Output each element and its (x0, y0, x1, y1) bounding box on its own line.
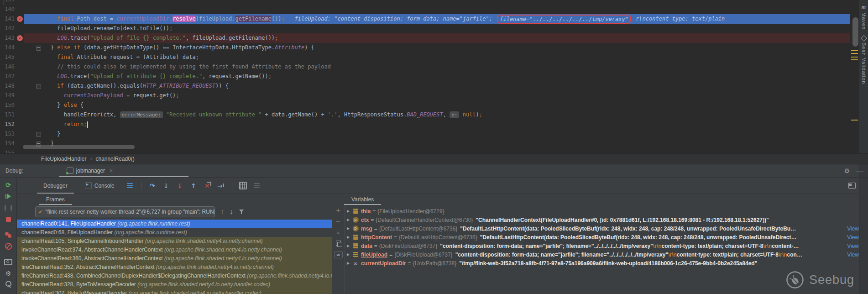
line-number[interactable]: 152 (0, 120, 24, 129)
move-watch-up-button[interactable]: ▲ (337, 230, 340, 235)
line-number[interactable]: 150 (0, 100, 24, 110)
console-tab-label: Console (94, 183, 115, 189)
code-text: // this could also be implemented by usi… (24, 62, 850, 72)
line-number[interactable]: 148 (0, 81, 24, 91)
breakpoint-icon[interactable]: ✓ (17, 16, 23, 22)
stack-frame-row[interactable]: fireChannelRead:352, AbstractChannelHand… (17, 263, 332, 272)
line-number[interactable]: 141✓ (0, 14, 24, 24)
remove-watch-button[interactable]: − (336, 219, 341, 224)
breadcrumb-method[interactable]: channelRead0() (95, 156, 134, 162)
expand-arrow-icon[interactable]: ▶ (345, 226, 352, 231)
tab-variables[interactable]: Variables (344, 194, 381, 205)
expand-arrow-icon[interactable]: ▶ (345, 244, 352, 248)
thread-selector-dropdown[interactable]: ✔ "flink-rest-server-netty-worker-thread… (35, 206, 215, 217)
variable-row[interactable]: ▶pctx={DefaultChannelHandlerContext@6730… (345, 215, 859, 224)
view-breakpoints-button[interactable] (5, 231, 12, 238)
stack-frame-row[interactable]: channelRead0:141, FileUploadHandler (org… (17, 220, 332, 228)
tab-debugger[interactable]: Debugger (37, 178, 74, 194)
resume-button[interactable] (4, 193, 12, 200)
step-out-button[interactable]: ↑ (189, 181, 198, 190)
force-step-into-button[interactable]: ↓ (175, 181, 184, 190)
gear-icon[interactable]: ⚙ (844, 167, 850, 174)
code-line-139: 139 checkState(fileUpload.isCompleted())… (0, 0, 850, 5)
horizontal-scrollbar-thumb[interactable] (23, 145, 135, 149)
session-tab-jobmanager[interactable]: jobmanager × (67, 164, 113, 177)
tool-window-button-maven[interactable]: m Maven (859, 4, 868, 30)
evaluate-expression-button[interactable] (239, 181, 248, 190)
expand-arrow-icon[interactable]: ▶ (345, 261, 352, 265)
line-number[interactable]: 140 (0, 5, 24, 14)
warning-stripe-mark[interactable] (851, 59, 858, 60)
expand-arrow-icon[interactable]: ▶ (345, 209, 352, 213)
stack-frame-row[interactable]: invokeChannelRead:360, AbstractChannelHa… (17, 254, 332, 263)
view-link[interactable]: View (847, 234, 859, 241)
line-number[interactable]: 142 (0, 24, 24, 33)
stack-frame-row[interactable]: channelRead:302, ByteToMessageDecoder (o… (17, 289, 332, 294)
line-number[interactable]: 151 (0, 110, 24, 120)
line-number[interactable]: 144 (0, 43, 24, 52)
show-watches-toggle[interactable]: ∞ (334, 251, 343, 258)
warning-stripe-mark[interactable] (851, 50, 858, 51)
view-link[interactable]: View (847, 252, 859, 258)
variable-row[interactable]: ▶httpContent={DefaultLastHttpContent@673… (345, 233, 859, 242)
hide-tool-window-icon[interactable]: — (856, 167, 863, 175)
variable-row[interactable]: ▶pmsg={DefaultLastHttpContent@6736}"Defa… (345, 224, 859, 233)
tab-frames[interactable]: Frames (39, 194, 72, 205)
stack-frame-row[interactable]: fireChannelRead:438, CombinedChannelDupl… (17, 272, 332, 280)
error-stripe[interactable] (850, 0, 859, 153)
debugger-settings-button[interactable]: ⚙ (4, 270, 12, 277)
previous-frame-button[interactable]: ↑ (220, 208, 224, 216)
view-link[interactable]: View (847, 226, 859, 232)
line-number[interactable]: 155 (0, 148, 24, 153)
run-to-cursor-button[interactable]: →I (216, 181, 225, 190)
line-number[interactable]: 153 (0, 129, 24, 139)
drop-frame-button[interactable]: ✕ (203, 181, 212, 190)
warning-stripe-mark[interactable] (851, 53, 858, 54)
line-number[interactable]: 147 (0, 72, 24, 81)
expand-arrow-icon[interactable]: ▶ (345, 218, 352, 222)
tab-console[interactable]: Console (78, 178, 121, 194)
step-into-button[interactable]: ↓ (162, 181, 171, 190)
variables-toolbar: + − ▲ ∞ (332, 205, 345, 294)
warning-stripe-mark[interactable] (851, 57, 858, 58)
breakpoint-icon[interactable]: ✓ (17, 35, 23, 41)
fold-marker-icon[interactable] (36, 46, 41, 51)
variable-row[interactable]: ▶this={FileUploadHandler@6729} (345, 207, 859, 215)
close-icon[interactable]: × (110, 168, 113, 174)
line-number[interactable]: 143✓ (0, 33, 24, 43)
pin-tab-button[interactable] (5, 281, 11, 287)
warning-stripe-mark[interactable] (851, 120, 858, 121)
show-execution-point-button[interactable] (125, 181, 135, 190)
variable-row[interactable]: ▶∞currentUploadDir={UnixPath@6738}"/tmp/… (345, 259, 859, 268)
expand-arrow-icon[interactable]: ▶ (345, 252, 352, 257)
code-text: handleError(ctx, errorMessage: "Received… (24, 110, 850, 120)
expand-arrow-icon[interactable]: ▶ (345, 235, 352, 239)
line-number[interactable]: 154 (0, 139, 24, 148)
stack-frame-row[interactable]: invokeChannelRead:374, AbstractChannelHa… (17, 246, 332, 254)
stack-frame-row[interactable]: channelRead0:68, FileUploadHandler (org.… (17, 228, 332, 237)
stack-frame-row[interactable]: channelRead:105, SimpleChannelInboundHan… (17, 237, 332, 246)
stop-button[interactable] (6, 217, 11, 222)
view-link[interactable]: View (847, 243, 859, 249)
fold-marker-icon[interactable] (36, 132, 41, 137)
thread-dump-camera-button[interactable] (4, 259, 12, 265)
fold-marker-icon[interactable] (36, 84, 41, 89)
rerun-button[interactable]: ⟳ (4, 181, 12, 189)
stepping-settings-button[interactable] (252, 181, 261, 190)
add-watch-button[interactable]: + (336, 208, 341, 213)
line-number[interactable]: 149 (0, 91, 24, 100)
step-over-button[interactable]: ↷ (148, 181, 157, 190)
mute-breakpoints-button[interactable] (5, 243, 12, 250)
line-number[interactable]: 145 (0, 52, 24, 62)
copy-value-button[interactable] (336, 241, 341, 246)
line-number[interactable]: 146 (0, 62, 24, 72)
breadcrumb-class[interactable]: FileUploadHandler (41, 156, 86, 162)
restore-layout-button[interactable] (847, 181, 857, 190)
stack-frame-row[interactable]: fireChannelRead:328, ByteToMessageDecode… (17, 280, 332, 289)
hide-library-frames-filter-button[interactable] (239, 209, 244, 215)
variable-row[interactable]: ▶data={DiskFileUpload@6737}"content-disp… (345, 242, 859, 250)
pause-button[interactable] (5, 205, 12, 210)
tool-window-button-bean-validation[interactable]: Bean Validation (859, 33, 868, 84)
variable-row[interactable]: ▶fileUpload={DiskFileUpload@6737}"conten… (345, 250, 859, 259)
next-frame-button[interactable]: ↓ (230, 208, 233, 216)
